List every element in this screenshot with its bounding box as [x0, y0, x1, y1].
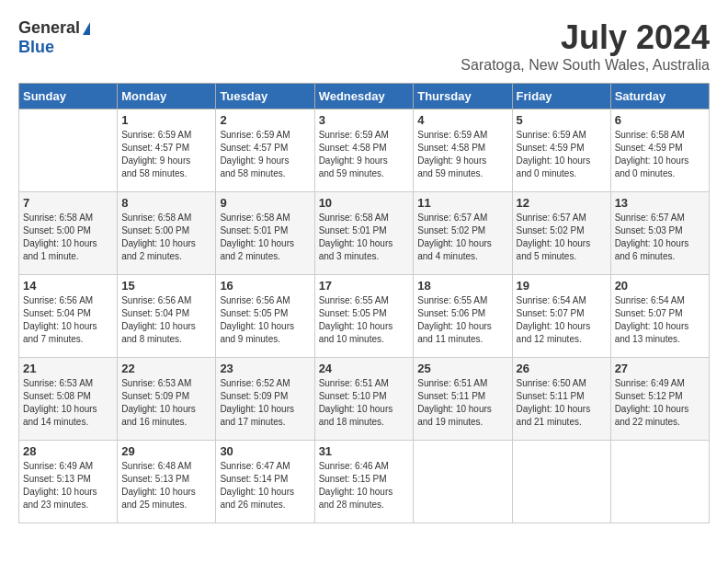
day-header-thursday: Thursday [414, 84, 512, 109]
calendar-cell: 25Sunrise: 6:51 AM Sunset: 5:11 PM Dayli… [414, 358, 512, 441]
day-number: 13 [615, 196, 705, 210]
logo: General Blue [18, 18, 90, 57]
calendar-cell: 14Sunrise: 6:56 AM Sunset: 5:04 PM Dayli… [19, 275, 118, 358]
day-number: 23 [220, 362, 310, 375]
calendar-table: SundayMondayTuesdayWednesdayThursdayFrid… [18, 83, 710, 523]
day-number: 20 [615, 279, 705, 293]
day-number: 14 [23, 279, 113, 293]
day-number: 22 [121, 362, 211, 375]
header: General Blue July 2024 Saratoga, New Sou… [18, 18, 710, 74]
day-number: 26 [517, 362, 607, 375]
day-info: Sunrise: 6:56 AM Sunset: 5:04 PM Dayligh… [23, 294, 113, 346]
day-number: 11 [417, 196, 507, 210]
day-number: 15 [121, 279, 211, 293]
day-number: 30 [220, 444, 310, 458]
day-info: Sunrise: 6:49 AM Sunset: 5:12 PM Dayligh… [615, 377, 705, 429]
calendar-cell: 27Sunrise: 6:49 AM Sunset: 5:12 PM Dayli… [610, 358, 709, 441]
location-subtitle: Saratoga, New South Wales, Australia [461, 57, 710, 74]
day-info: Sunrise: 6:54 AM Sunset: 5:07 PM Dayligh… [517, 294, 607, 346]
day-number: 17 [319, 279, 410, 293]
day-number: 6 [615, 113, 705, 127]
month-year-title: July 2024 [461, 18, 710, 57]
logo-general: General [18, 18, 80, 38]
logo-blue: Blue [18, 38, 54, 56]
day-header-monday: Monday [118, 84, 216, 109]
calendar-week-2: 7Sunrise: 6:58 AM Sunset: 5:00 PM Daylig… [19, 192, 710, 275]
calendar-cell: 2Sunrise: 6:59 AM Sunset: 4:57 PM Daylig… [216, 109, 314, 192]
calendar-cell: 11Sunrise: 6:57 AM Sunset: 5:02 PM Dayli… [414, 192, 512, 275]
day-info: Sunrise: 6:58 AM Sunset: 5:01 PM Dayligh… [220, 212, 310, 263]
day-number: 5 [517, 113, 607, 127]
calendar-cell: 18Sunrise: 6:55 AM Sunset: 5:06 PM Dayli… [414, 275, 512, 358]
day-number: 25 [417, 362, 507, 375]
calendar-cell: 6Sunrise: 6:58 AM Sunset: 4:59 PM Daylig… [610, 109, 709, 192]
day-info: Sunrise: 6:58 AM Sunset: 5:00 PM Dayligh… [121, 212, 211, 263]
day-info: Sunrise: 6:51 AM Sunset: 5:11 PM Dayligh… [417, 377, 507, 429]
calendar-cell: 3Sunrise: 6:59 AM Sunset: 4:58 PM Daylig… [314, 109, 414, 192]
day-number: 19 [517, 279, 607, 293]
day-info: Sunrise: 6:53 AM Sunset: 5:08 PM Dayligh… [23, 377, 113, 429]
calendar-cell: 9Sunrise: 6:58 AM Sunset: 5:01 PM Daylig… [216, 192, 314, 275]
day-number: 27 [615, 362, 705, 375]
title-section: July 2024 Saratoga, New South Wales, Aus… [461, 18, 710, 74]
day-info: Sunrise: 6:57 AM Sunset: 5:03 PM Dayligh… [615, 212, 705, 263]
calendar-cell: 24Sunrise: 6:51 AM Sunset: 5:10 PM Dayli… [314, 358, 414, 441]
day-info: Sunrise: 6:56 AM Sunset: 5:04 PM Dayligh… [121, 294, 211, 346]
calendar-cell: 22Sunrise: 6:53 AM Sunset: 5:09 PM Dayli… [118, 358, 216, 441]
day-info: Sunrise: 6:59 AM Sunset: 4:58 PM Dayligh… [417, 129, 507, 180]
day-number: 7 [23, 196, 113, 210]
day-info: Sunrise: 6:48 AM Sunset: 5:13 PM Dayligh… [121, 460, 211, 511]
calendar-week-5: 28Sunrise: 6:49 AM Sunset: 5:13 PM Dayli… [19, 441, 710, 523]
day-header-sunday: Sunday [19, 84, 118, 109]
day-number: 2 [220, 113, 310, 127]
calendar-cell: 26Sunrise: 6:50 AM Sunset: 5:11 PM Dayli… [512, 358, 610, 441]
calendar-cell [512, 441, 610, 523]
calendar-cell: 28Sunrise: 6:49 AM Sunset: 5:13 PM Dayli… [19, 441, 118, 523]
calendar-cell: 15Sunrise: 6:56 AM Sunset: 5:04 PM Dayli… [118, 275, 216, 358]
logo-triangle-icon [83, 22, 90, 35]
day-info: Sunrise: 6:59 AM Sunset: 4:57 PM Dayligh… [220, 129, 310, 180]
calendar-cell: 21Sunrise: 6:53 AM Sunset: 5:08 PM Dayli… [19, 358, 118, 441]
day-number: 24 [319, 362, 410, 375]
calendar-cell: 19Sunrise: 6:54 AM Sunset: 5:07 PM Dayli… [512, 275, 610, 358]
day-info: Sunrise: 6:52 AM Sunset: 5:09 PM Dayligh… [220, 377, 310, 429]
day-info: Sunrise: 6:50 AM Sunset: 5:11 PM Dayligh… [517, 377, 607, 429]
calendar-cell: 13Sunrise: 6:57 AM Sunset: 5:03 PM Dayli… [610, 192, 709, 275]
calendar-week-4: 21Sunrise: 6:53 AM Sunset: 5:08 PM Dayli… [19, 358, 710, 441]
calendar-cell: 31Sunrise: 6:46 AM Sunset: 5:15 PM Dayli… [314, 441, 414, 523]
calendar-cell: 29Sunrise: 6:48 AM Sunset: 5:13 PM Dayli… [118, 441, 216, 523]
day-number: 1 [121, 113, 211, 127]
day-info: Sunrise: 6:49 AM Sunset: 5:13 PM Dayligh… [23, 460, 113, 511]
day-number: 18 [417, 279, 507, 293]
day-header-friday: Friday [512, 84, 610, 109]
day-number: 16 [220, 279, 310, 293]
calendar-cell: 30Sunrise: 6:47 AM Sunset: 5:14 PM Dayli… [216, 441, 314, 523]
calendar-week-3: 14Sunrise: 6:56 AM Sunset: 5:04 PM Dayli… [19, 275, 710, 358]
day-info: Sunrise: 6:57 AM Sunset: 5:02 PM Dayligh… [417, 212, 507, 263]
calendar-cell: 5Sunrise: 6:59 AM Sunset: 4:59 PM Daylig… [512, 109, 610, 192]
day-info: Sunrise: 6:46 AM Sunset: 5:15 PM Dayligh… [319, 460, 410, 511]
day-header-tuesday: Tuesday [216, 84, 314, 109]
calendar-cell [414, 441, 512, 523]
day-header-wednesday: Wednesday [314, 84, 414, 109]
day-number: 28 [23, 444, 113, 458]
day-info: Sunrise: 6:54 AM Sunset: 5:07 PM Dayligh… [615, 294, 705, 346]
day-info: Sunrise: 6:58 AM Sunset: 4:59 PM Dayligh… [615, 129, 705, 180]
calendar-cell: 4Sunrise: 6:59 AM Sunset: 4:58 PM Daylig… [414, 109, 512, 192]
day-info: Sunrise: 6:59 AM Sunset: 4:57 PM Dayligh… [121, 129, 211, 180]
day-info: Sunrise: 6:53 AM Sunset: 5:09 PM Dayligh… [121, 377, 211, 429]
calendar-cell: 20Sunrise: 6:54 AM Sunset: 5:07 PM Dayli… [610, 275, 709, 358]
day-info: Sunrise: 6:55 AM Sunset: 5:06 PM Dayligh… [417, 294, 507, 346]
day-number: 8 [121, 196, 211, 210]
calendar-header-row: SundayMondayTuesdayWednesdayThursdayFrid… [19, 84, 710, 109]
day-number: 3 [319, 113, 410, 127]
calendar-cell: 8Sunrise: 6:58 AM Sunset: 5:00 PM Daylig… [118, 192, 216, 275]
calendar-cell: 17Sunrise: 6:55 AM Sunset: 5:05 PM Dayli… [314, 275, 414, 358]
calendar-cell: 16Sunrise: 6:56 AM Sunset: 5:05 PM Dayli… [216, 275, 314, 358]
calendar-week-1: 1Sunrise: 6:59 AM Sunset: 4:57 PM Daylig… [19, 109, 710, 192]
calendar-cell: 1Sunrise: 6:59 AM Sunset: 4:57 PM Daylig… [118, 109, 216, 192]
calendar-cell [19, 109, 118, 192]
day-number: 21 [23, 362, 113, 375]
day-info: Sunrise: 6:59 AM Sunset: 4:58 PM Dayligh… [319, 129, 410, 180]
day-number: 9 [220, 196, 310, 210]
